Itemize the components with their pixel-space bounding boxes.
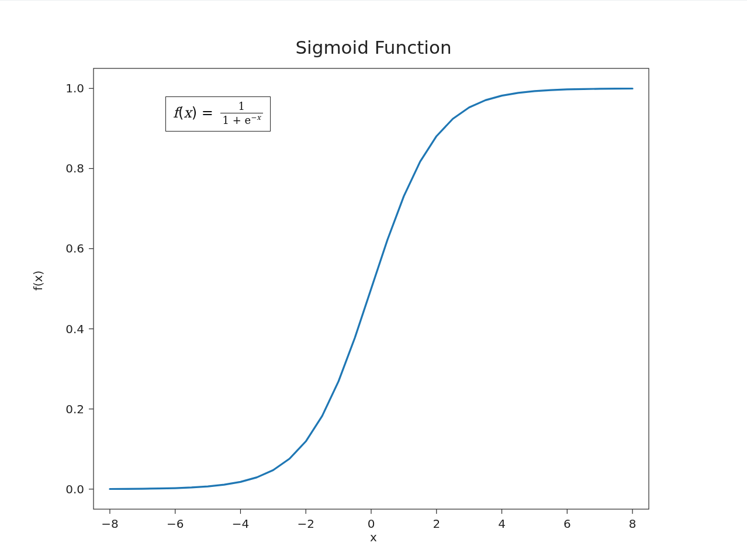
x-tick-label: −4 — [232, 517, 249, 531]
y-tick-label: 0.8 — [65, 161, 84, 175]
x-tick-label: 0 — [368, 517, 375, 531]
y-tick-label: 0.4 — [65, 322, 84, 336]
x-tick-label: −8 — [101, 517, 118, 531]
y-tick-label: 0.0 — [65, 482, 84, 496]
x-tick-label: 2 — [433, 517, 440, 531]
x-tick-label: −6 — [167, 517, 184, 531]
chart-figure: Sigmoid Function f(x) x −8−6−4−2024680.0… — [0, 0, 747, 560]
y-tick-label: 1.0 — [65, 81, 84, 95]
x-tick-label: 6 — [563, 517, 571, 531]
x-tick-label: −2 — [297, 517, 314, 531]
x-tick-label: 8 — [629, 517, 637, 531]
x-tick-label: 4 — [498, 517, 506, 531]
y-tick-label: 0.2 — [65, 402, 84, 416]
chart-canvas: −8−6−4−2024680.00.20.40.60.81.0 — [0, 1, 747, 560]
formula-annotation: f(x) = 1 1 + e−x — [165, 96, 271, 132]
y-tick-label: 0.6 — [65, 241, 84, 255]
sigmoid-line — [110, 89, 632, 489]
